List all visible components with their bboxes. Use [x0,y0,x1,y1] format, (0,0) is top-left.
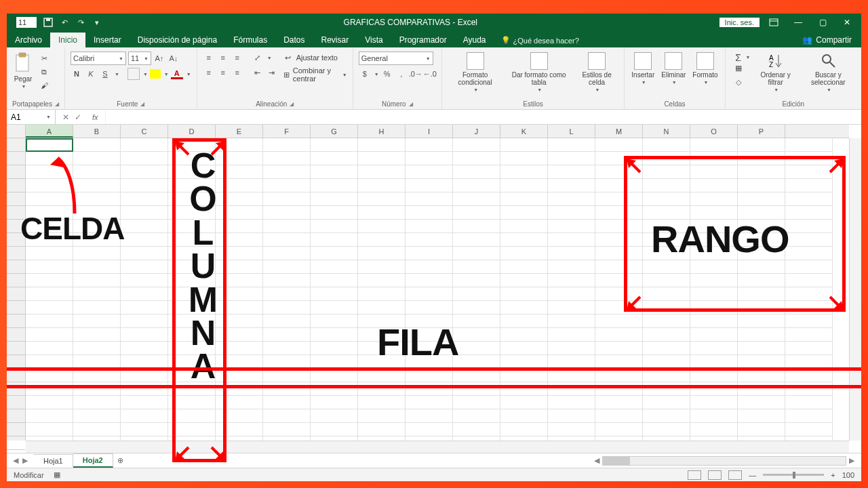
add-sheet-button[interactable]: ⊕ [113,456,128,465]
cell[interactable] [216,247,263,260]
cell[interactable] [311,206,358,220]
cell[interactable] [358,138,406,152]
sheet-nav-prev-icon[interactable]: ◀ [13,456,18,465]
cell[interactable] [168,328,216,342]
cell[interactable] [216,152,263,165]
row-header[interactable] [7,409,25,423]
cell[interactable] [121,138,168,152]
enter-icon[interactable]: ✓ [75,113,81,122]
row-header[interactable] [7,314,25,328]
cell[interactable] [311,396,358,409]
cell[interactable] [406,369,453,382]
cell[interactable] [690,328,738,342]
cell[interactable] [168,206,216,220]
signin-button[interactable]: Inic. ses. [719,18,760,27]
align-center-icon[interactable]: ≡ [217,66,229,79]
cell[interactable] [785,423,833,436]
cell[interactable] [548,152,595,165]
cell[interactable] [595,138,643,152]
cell[interactable] [168,165,216,179]
sheet-tab-1[interactable]: Hoja1 [34,454,73,467]
cell[interactable] [643,342,690,355]
tab-home[interactable]: Inicio [50,33,85,47]
clear-icon[interactable]: ◇ [731,76,746,88]
cell[interactable] [311,179,358,192]
cell[interactable] [785,328,833,342]
grow-font-icon[interactable]: A↑ [153,52,165,64]
cell[interactable] [216,274,263,287]
cell[interactable] [643,192,690,206]
cell[interactable] [690,152,738,165]
cell[interactable] [738,301,785,314]
cell[interactable] [785,409,833,423]
cell[interactable] [595,179,643,192]
qat-fontsize-box[interactable]: 11 [16,17,37,28]
cell[interactable] [26,355,73,369]
cell[interactable] [453,301,500,314]
align-top-icon[interactable]: ≡ [203,52,215,64]
cell[interactable] [216,260,263,274]
cell[interactable] [453,220,500,233]
cell[interactable] [738,423,785,436]
cell[interactable] [595,423,643,436]
cell[interactable] [216,342,263,355]
cell[interactable] [643,355,690,369]
cell[interactable] [738,233,785,247]
cell[interactable] [73,328,121,342]
cell[interactable] [168,314,216,328]
tab-layout[interactable]: Disposición de página [130,33,225,47]
qat-customize-icon[interactable]: ▾ [92,18,102,27]
cell[interactable] [643,314,690,328]
cell[interactable] [73,301,121,314]
cell[interactable] [73,233,121,247]
cell[interactable] [26,301,73,314]
cell[interactable] [121,328,168,342]
cell[interactable] [785,138,833,152]
cell[interactable] [168,138,216,152]
vertical-scrollbar[interactable] [849,138,861,441]
cell[interactable] [168,260,216,274]
align-right-icon[interactable]: ≡ [231,66,243,79]
column-header[interactable]: P [738,125,785,138]
chevron-down-icon[interactable]: ▼ [374,72,379,77]
row-header[interactable] [7,301,25,314]
view-break-icon[interactable] [728,470,742,480]
cell[interactable] [500,233,548,247]
cell[interactable] [690,342,738,355]
cell[interactable] [216,328,263,342]
cell[interactable] [453,260,500,274]
cell[interactable] [595,165,643,179]
cell[interactable] [453,342,500,355]
cell[interactable] [26,179,73,192]
cell[interactable] [595,301,643,314]
scroll-right-icon[interactable]: ▶ [846,456,857,465]
cell[interactable] [406,274,453,287]
cell[interactable] [643,396,690,409]
cell[interactable] [785,165,833,179]
cell[interactable] [500,409,548,423]
close-button[interactable]: ✕ [837,16,857,29]
cell[interactable] [785,274,833,287]
cell[interactable] [26,138,73,152]
chevron-down-icon[interactable]: ▼ [186,72,191,77]
fill-icon[interactable]: ▦ [731,62,746,74]
cell[interactable] [738,179,785,192]
cell[interactable] [453,247,500,260]
cell[interactable] [548,179,595,192]
cell[interactable] [358,274,406,287]
cell[interactable] [738,220,785,233]
cell[interactable] [595,247,643,260]
cell[interactable] [738,314,785,328]
cell[interactable] [216,220,263,233]
cell[interactable] [263,396,311,409]
cell[interactable] [73,206,121,220]
cell[interactable] [548,423,595,436]
cell[interactable] [453,423,500,436]
fill-color-icon[interactable] [150,69,161,79]
chevron-down-icon[interactable]: ▼ [115,72,119,77]
cell[interactable] [121,301,168,314]
cell[interactable] [26,274,73,287]
cell[interactable] [595,260,643,274]
font-color-icon[interactable]: A [171,69,183,79]
cell[interactable] [168,179,216,192]
